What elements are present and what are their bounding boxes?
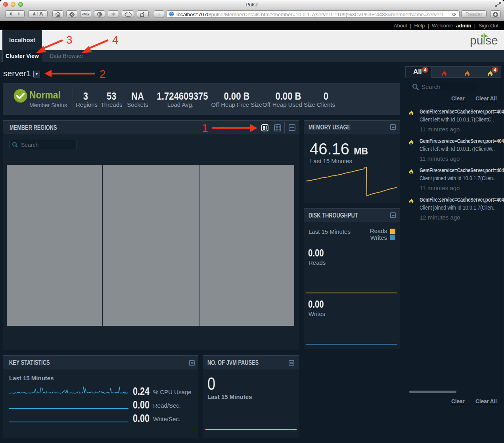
svg-text:2: 2 (100, 68, 106, 80)
svg-text:se: se (485, 34, 498, 47)
